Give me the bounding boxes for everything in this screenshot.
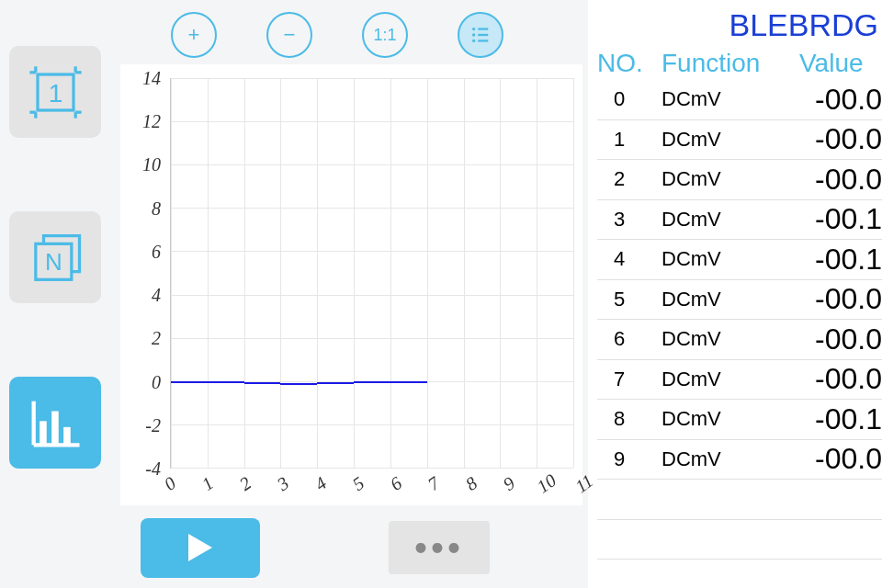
plot-area bbox=[170, 78, 573, 469]
y-tick: 14 bbox=[142, 68, 161, 89]
x-tick: 8 bbox=[461, 472, 481, 495]
x-tick: 9 bbox=[499, 472, 518, 495]
y-tick: 8 bbox=[152, 198, 161, 219]
x-tick: 10 bbox=[533, 469, 560, 497]
y-axis: -4-202468101214 bbox=[120, 78, 166, 469]
chart-mode-button[interactable] bbox=[9, 377, 101, 469]
cell-value: -00.1 bbox=[799, 202, 882, 236]
stack-n-icon: N bbox=[26, 228, 85, 288]
cell-no: 8 bbox=[597, 407, 662, 431]
table-row[interactable]: 5DCmV-00.0 bbox=[597, 280, 882, 321]
cell-no: 7 bbox=[597, 368, 662, 391]
col-header-no: NO. bbox=[597, 49, 662, 78]
x-axis: 01234567891011 bbox=[159, 473, 573, 501]
x-tick: 5 bbox=[348, 472, 368, 495]
chart-toolbar: + − 1:1 bbox=[120, 7, 582, 62]
x-tick: 1 bbox=[198, 472, 217, 495]
cell-function: DCmV bbox=[662, 288, 799, 311]
cell-no: 3 bbox=[597, 208, 662, 232]
svg-rect-16 bbox=[63, 426, 71, 445]
cell-value: -00.0 bbox=[799, 322, 882, 356]
cell-function: DCmV bbox=[662, 327, 799, 351]
crop-1-icon: 1 bbox=[26, 62, 85, 122]
svg-text:1: 1 bbox=[48, 79, 62, 107]
data-line-segment bbox=[244, 382, 281, 384]
data-line-segment bbox=[317, 382, 354, 384]
device-title: BLEBRDG bbox=[597, 7, 882, 49]
list-icon bbox=[470, 25, 491, 45]
table-row[interactable]: 7DCmV-00.0 bbox=[597, 360, 882, 401]
cell-value: -00.0 bbox=[799, 362, 882, 396]
table-row[interactable]: 4DCmV-00.1 bbox=[597, 240, 882, 280]
x-tick: 2 bbox=[235, 472, 254, 495]
playback-row: ••• bbox=[120, 505, 582, 579]
svg-rect-15 bbox=[51, 411, 59, 445]
zoom-out-button[interactable]: − bbox=[266, 12, 312, 58]
svg-marker-23 bbox=[188, 534, 212, 561]
table-row[interactable]: 3DCmV-00.1 bbox=[597, 200, 882, 241]
cell-value: -00.1 bbox=[799, 243, 882, 277]
x-tick: 0 bbox=[160, 472, 179, 495]
table-row[interactable]: 9DCmV-00.0 bbox=[597, 440, 882, 481]
svg-rect-14 bbox=[40, 421, 47, 445]
y-tick: 4 bbox=[152, 285, 161, 306]
mode-n-button[interactable]: N bbox=[9, 211, 101, 303]
cell-function: DCmV bbox=[662, 247, 799, 271]
y-tick: 2 bbox=[152, 328, 161, 349]
show-list-button[interactable] bbox=[458, 12, 503, 58]
y-tick: 6 bbox=[152, 241, 161, 262]
cell-no: 2 bbox=[597, 167, 662, 191]
svg-text:N: N bbox=[44, 247, 62, 275]
cell-value: -00.0 bbox=[799, 282, 882, 316]
table-row[interactable]: 8DCmV-00.1 bbox=[597, 400, 882, 440]
table-row[interactable]: 6DCmV-00.0 bbox=[597, 320, 882, 360]
table-body[interactable]: 0DCmV-00.01DCmV-00.02DCmV-00.03DCmV-00.1… bbox=[597, 80, 882, 588]
table-row[interactable]: 1DCmV-00.0 bbox=[597, 120, 882, 161]
data-line-segment bbox=[390, 381, 427, 383]
cell-function: DCmV bbox=[662, 167, 799, 191]
y-tick: 12 bbox=[142, 111, 161, 132]
onetoone-icon: 1:1 bbox=[373, 26, 396, 45]
cell-value: -00.1 bbox=[799, 402, 882, 436]
y-tick: -2 bbox=[145, 414, 161, 435]
cell-no: 0 bbox=[597, 87, 662, 111]
data-line-segment bbox=[354, 381, 390, 383]
table-row[interactable]: 2DCmV-00.0 bbox=[597, 160, 882, 200]
cell-value: -00.0 bbox=[799, 163, 882, 197]
cell-value: -00.0 bbox=[799, 83, 882, 117]
x-tick: 6 bbox=[386, 472, 405, 495]
cell-value: -00.0 bbox=[799, 442, 882, 476]
cell-no: 1 bbox=[597, 128, 662, 152]
cell-no: 4 bbox=[597, 247, 662, 271]
dots-icon: ••• bbox=[414, 527, 464, 569]
cell-value: -00.0 bbox=[799, 122, 882, 156]
left-sidebar: 1 N bbox=[0, 0, 115, 588]
plus-icon: + bbox=[188, 23, 200, 47]
y-tick: 10 bbox=[142, 154, 161, 175]
bar-chart-icon bbox=[26, 393, 85, 453]
table-row bbox=[597, 520, 882, 560]
x-tick: 7 bbox=[424, 472, 443, 495]
cell-function: DCmV bbox=[662, 208, 799, 232]
more-button[interactable]: ••• bbox=[389, 521, 490, 574]
center-panel: + − 1:1 -4-202468101214 01234567891011 bbox=[115, 0, 588, 588]
y-tick: 0 bbox=[152, 371, 161, 392]
cell-no: 5 bbox=[597, 288, 662, 311]
col-header-function: Function bbox=[662, 49, 799, 78]
data-line-segment bbox=[208, 381, 244, 383]
zoom-in-button[interactable]: + bbox=[171, 12, 217, 58]
play-button[interactable] bbox=[141, 518, 260, 578]
svg-point-17 bbox=[472, 28, 475, 30]
col-header-value: Value bbox=[799, 49, 882, 78]
data-line-segment bbox=[280, 383, 317, 385]
svg-point-19 bbox=[472, 40, 475, 42]
zoom-reset-button[interactable]: 1:1 bbox=[362, 12, 408, 58]
table-row bbox=[597, 480, 882, 520]
cell-function: DCmV bbox=[662, 447, 799, 471]
mode-1-button[interactable]: 1 bbox=[9, 46, 101, 138]
cell-function: DCmV bbox=[662, 407, 799, 431]
cell-function: DCmV bbox=[662, 368, 799, 391]
data-line-segment bbox=[171, 381, 208, 383]
play-icon bbox=[187, 532, 214, 563]
table-row[interactable]: 0DCmV-00.0 bbox=[597, 80, 882, 120]
